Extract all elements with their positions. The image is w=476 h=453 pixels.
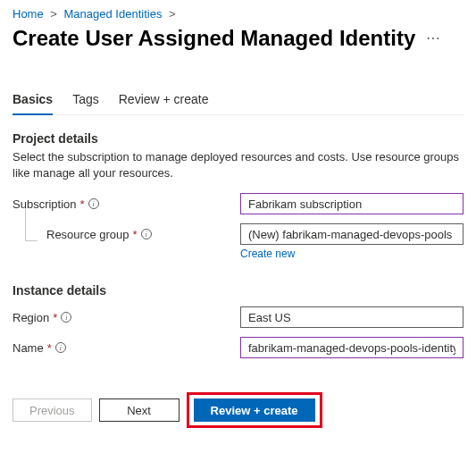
info-icon[interactable]: i [141, 229, 152, 239]
breadcrumb-managed-identities[interactable]: Managed Identities [64, 7, 163, 21]
required-icon: * [53, 311, 57, 324]
instance-details-heading: Instance details [13, 283, 463, 298]
project-details-description: Select the subscription to manage deploy… [13, 149, 463, 180]
highlight-box: Review + create [187, 392, 322, 428]
chevron-right-icon: > [50, 7, 57, 21]
name-input[interactable] [240, 337, 463, 358]
create-new-link[interactable]: Create new [240, 247, 295, 260]
required-icon: * [133, 228, 138, 241]
breadcrumb: Home > Managed Identities > [13, 7, 463, 21]
project-details-heading: Project details [13, 131, 463, 146]
info-icon[interactable]: i [55, 342, 66, 353]
resource-group-label: Resource group [46, 228, 129, 241]
tab-basics[interactable]: Basics [13, 87, 53, 115]
footer-actions: Previous Next Review + create [13, 392, 463, 428]
required-icon: * [80, 197, 85, 211]
page-title: Create User Assigned Managed Identity [13, 26, 415, 51]
name-label: Name [13, 341, 44, 355]
tab-tags[interactable]: Tags [72, 87, 99, 115]
more-icon[interactable]: ⋯ [426, 31, 440, 46]
next-button[interactable]: Next [99, 398, 180, 422]
subscription-label: Subscription [13, 197, 77, 211]
subscription-input[interactable] [240, 193, 463, 214]
info-icon[interactable]: i [88, 198, 99, 209]
chevron-right-icon: > [169, 7, 176, 21]
tabs: Basics Tags Review + create [13, 87, 463, 115]
info-icon[interactable]: i [61, 312, 71, 323]
tab-review-create[interactable]: Review + create [119, 87, 209, 115]
resource-group-input[interactable] [240, 223, 463, 245]
review-create-button[interactable]: Review + create [194, 398, 315, 422]
previous-button[interactable]: Previous [13, 398, 92, 422]
required-icon: * [47, 341, 52, 355]
breadcrumb-home[interactable]: Home [13, 7, 44, 21]
region-label: Region [13, 311, 49, 324]
region-input[interactable] [240, 306, 463, 328]
